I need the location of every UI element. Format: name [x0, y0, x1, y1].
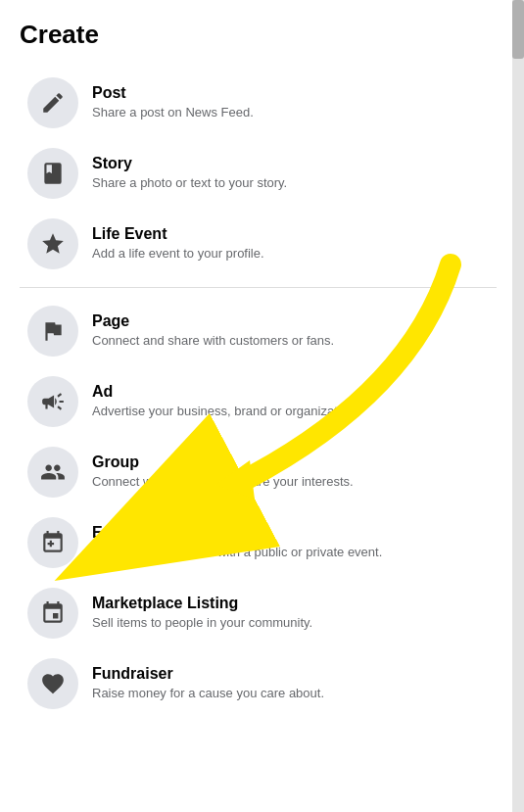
menu-item-desc-event: Bring people together with a public or p… — [92, 544, 382, 561]
menu-item-marketplace[interactable]: Marketplace ListingSell items to people … — [20, 578, 497, 648]
menu-item-title-life-event: Life Event — [92, 225, 264, 243]
megaphone-icon — [27, 376, 78, 427]
ad-icon-svg — [40, 389, 66, 414]
menu-item-desc-life-event: Add a life event to your profile. — [92, 245, 264, 263]
event-icon-svg — [40, 530, 66, 555]
bag-icon — [27, 588, 78, 639]
page-wrapper: Create PostShare a post on News Feed.Sto… — [0, 0, 524, 812]
page-title: Create — [20, 20, 497, 50]
menu-item-title-marketplace: Marketplace Listing — [92, 595, 312, 612]
menu-item-text-fundraiser: FundraiserRaise money for a cause you ca… — [92, 665, 324, 702]
menu-list: PostShare a post on News Feed.StoryShare… — [20, 68, 497, 719]
divider-after-life-event — [20, 287, 497, 288]
menu-item-desc-fundraiser: Raise money for a cause you care about. — [92, 685, 324, 702]
group-icon — [27, 447, 78, 498]
life-event-icon-svg — [40, 231, 66, 257]
fundraiser-icon-svg — [40, 671, 66, 696]
menu-item-post[interactable]: PostShare a post on News Feed. — [20, 68, 497, 138]
menu-item-desc-story: Share a photo or text to your story. — [92, 174, 287, 192]
menu-item-desc-page: Connect and share with customers or fans… — [92, 332, 334, 350]
book-icon — [27, 148, 78, 199]
flag-icon — [27, 306, 78, 357]
edit-icon — [27, 77, 78, 128]
menu-item-text-post: PostShare a post on News Feed. — [92, 84, 254, 121]
page-icon-svg — [40, 318, 66, 344]
menu-item-title-story: Story — [92, 155, 287, 172]
story-icon-svg — [40, 161, 66, 186]
menu-item-title-fundraiser: Fundraiser — [92, 665, 324, 683]
menu-item-desc-marketplace: Sell items to people in your community. — [92, 614, 312, 632]
menu-item-text-ad: AdAdvertise your business, brand or orga… — [92, 383, 358, 420]
menu-item-title-group: Group — [92, 454, 354, 471]
menu-item-event[interactable]: EventBring people together with a public… — [20, 507, 497, 578]
menu-item-title-post: Post — [92, 84, 254, 102]
menu-item-title-page: Page — [92, 312, 334, 330]
menu-item-group[interactable]: GroupConnect with people who share your … — [20, 437, 497, 507]
menu-item-page[interactable]: PageConnect and share with customers or … — [20, 296, 497, 366]
event-icon — [27, 517, 78, 568]
scrollbar[interactable] — [512, 0, 524, 812]
menu-item-text-event: EventBring people together with a public… — [92, 524, 382, 561]
menu-item-fundraiser[interactable]: FundraiserRaise money for a cause you ca… — [20, 648, 497, 719]
menu-item-text-page: PageConnect and share with customers or … — [92, 312, 334, 350]
scrollbar-thumb[interactable] — [512, 0, 524, 59]
menu-item-story[interactable]: StoryShare a photo or text to your story… — [20, 138, 497, 209]
group-icon-svg — [40, 459, 66, 485]
heart-icon — [27, 658, 78, 709]
menu-item-ad[interactable]: AdAdvertise your business, brand or orga… — [20, 366, 497, 437]
menu-item-life-event[interactable]: Life EventAdd a life event to your profi… — [20, 209, 497, 279]
menu-item-title-event: Event — [92, 524, 382, 542]
star-icon — [27, 218, 78, 269]
menu-item-text-life-event: Life EventAdd a life event to your profi… — [92, 225, 264, 263]
menu-item-desc-post: Share a post on News Feed. — [92, 104, 254, 121]
menu-item-text-group: GroupConnect with people who share your … — [92, 454, 354, 491]
menu-item-text-story: StoryShare a photo or text to your story… — [92, 155, 287, 192]
menu-item-desc-group: Connect with people who share your inter… — [92, 473, 354, 491]
post-icon-svg — [40, 90, 66, 116]
menu-item-title-ad: Ad — [92, 383, 358, 401]
marketplace-icon-svg — [40, 600, 66, 626]
menu-item-text-marketplace: Marketplace ListingSell items to people … — [92, 595, 312, 632]
menu-item-desc-ad: Advertise your business, brand or organi… — [92, 403, 358, 420]
content-area: Create PostShare a post on News Feed.Sto… — [0, 0, 512, 812]
